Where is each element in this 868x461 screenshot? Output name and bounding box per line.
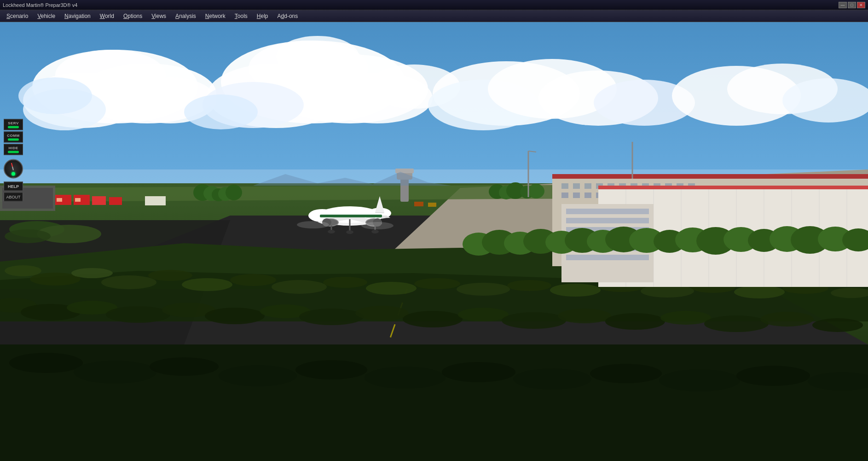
comm-indicator: [8, 139, 19, 141]
svg-point-39: [71, 268, 113, 278]
comm-button[interactable]: COMM: [4, 132, 23, 143]
menu-item-help[interactable]: Help: [252, 12, 273, 21]
svg-point-82: [442, 362, 515, 382]
help-button[interactable]: HELP: [4, 182, 23, 191]
svg-rect-93: [109, 197, 122, 205]
serv-button[interactable]: SERV: [4, 119, 23, 130]
svg-point-84: [590, 364, 662, 383]
svg-point-146: [528, 184, 544, 198]
svg-rect-92: [92, 196, 106, 205]
menu-item-analysis[interactable]: Analysis: [171, 12, 201, 21]
svg-point-67: [458, 308, 509, 321]
svg-point-34: [5, 229, 51, 243]
help-label: HELP: [8, 184, 19, 189]
svg-point-74: [812, 318, 863, 332]
svg-point-86: [736, 366, 810, 386]
svg-point-83: [513, 368, 591, 390]
menu-bar: Scenario Vehicle Navigation World Option…: [0, 10, 868, 22]
minimize-button[interactable]: —: [839, 2, 847, 8]
svg-rect-118: [584, 193, 591, 198]
menu-item-tools[interactable]: Tools: [230, 12, 252, 21]
svg-point-72: [704, 315, 769, 332]
svg-point-81: [365, 367, 446, 389]
svg-point-172: [297, 221, 329, 228]
svg-point-77: [74, 361, 156, 384]
maximize-button[interactable]: □: [848, 2, 856, 8]
svg-point-167: [328, 230, 335, 233]
menu-item-views[interactable]: Views: [147, 12, 171, 21]
title-bar: Lockheed Martin® Prepar3D® v4 — □ ✕: [0, 0, 868, 10]
left-panel: SERV COMM HIDE HELP ABOUT: [2, 117, 25, 204]
svg-point-46: [366, 282, 417, 295]
svg-point-78: [150, 357, 219, 376]
svg-rect-193: [428, 203, 436, 207]
svg-point-14: [276, 36, 359, 77]
about-label: ABOUT: [6, 195, 20, 199]
svg-rect-117: [573, 193, 580, 198]
menu-item-scenario[interactable]: Scenario: [2, 12, 33, 21]
svg-rect-141: [395, 169, 414, 173]
svg-point-41: [148, 270, 192, 281]
viewport: SERV COMM HIDE HELP ABOUT: [0, 22, 868, 461]
svg-rect-116: [561, 193, 568, 198]
svg-point-76: [9, 353, 83, 373]
svg-point-37: [5, 265, 41, 276]
svg-point-71: [660, 311, 711, 325]
svg-rect-105: [573, 183, 580, 189]
compass-needle: [11, 163, 14, 170]
svg-point-73: [760, 312, 814, 327]
svg-rect-104: [561, 183, 568, 189]
svg-rect-133: [566, 209, 649, 214]
hide-indicator: [8, 151, 19, 153]
svg-point-45: [323, 277, 367, 288]
about-button[interactable]: ABOUT: [4, 193, 23, 202]
serv-label: SERV: [8, 121, 19, 125]
svg-rect-96: [145, 196, 166, 205]
svg-rect-138: [566, 255, 649, 260]
window-controls: — □ ✕: [839, 2, 865, 8]
menu-item-world[interactable]: World: [95, 12, 119, 21]
svg-point-65: [355, 306, 409, 321]
svg-point-69: [558, 309, 611, 323]
svg-point-7: [18, 77, 92, 114]
svg-point-43: [230, 274, 276, 286]
svg-point-50: [550, 284, 601, 297]
window-title: Lockheed Martin® Prepar3D® v4: [3, 2, 77, 8]
svg-point-60: [106, 306, 170, 323]
svg-point-79: [219, 365, 297, 386]
scene-svg: [0, 22, 868, 461]
svg-rect-94: [57, 198, 62, 202]
svg-point-171: [371, 230, 379, 233]
svg-point-68: [502, 312, 566, 329]
menu-item-navigation[interactable]: Navigation: [60, 12, 95, 21]
svg-point-173: [361, 222, 393, 229]
svg-point-80: [295, 360, 367, 379]
compass-instrument[interactable]: [4, 159, 23, 179]
menu-item-vehicle[interactable]: Vehicle: [33, 12, 60, 21]
comm-label: COMM: [7, 134, 19, 138]
svg-point-70: [605, 313, 665, 330]
svg-rect-134: [566, 218, 649, 223]
svg-point-40: [101, 275, 156, 289]
menu-item-addons[interactable]: Add-ons: [273, 12, 303, 21]
svg-rect-95: [75, 198, 81, 202]
svg-rect-106: [584, 183, 591, 189]
svg-point-49: [507, 280, 551, 291]
svg-point-101: [226, 185, 242, 200]
menu-item-network[interactable]: Network: [201, 12, 230, 21]
svg-point-47: [414, 278, 460, 289]
svg-point-85: [659, 369, 740, 391]
svg-point-15: [184, 94, 258, 129]
svg-rect-159: [320, 215, 382, 217]
svg-rect-103: [552, 174, 868, 179]
serv-indicator: [8, 126, 19, 128]
menu-item-options[interactable]: Options: [119, 12, 147, 21]
svg-point-54: [734, 286, 785, 298]
hide-label: HIDE: [8, 146, 18, 150]
svg-point-42: [182, 278, 232, 291]
hide-button[interactable]: HIDE: [4, 144, 23, 155]
svg-point-44: [272, 280, 327, 294]
svg-rect-122: [598, 186, 868, 189]
close-button[interactable]: ✕: [857, 2, 865, 8]
svg-point-64: [299, 309, 364, 325]
